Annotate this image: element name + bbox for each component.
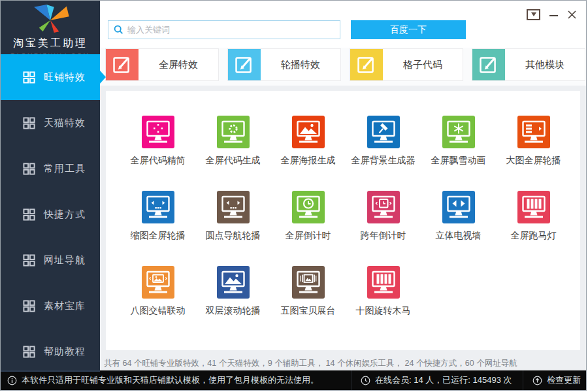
monitor-pin-icon [367,116,400,148]
sidebar-item-label: 常用工具 [44,163,86,175]
sidebar-item-label: 网址导航 [44,254,86,267]
monitor-navdots-icon [142,191,174,223]
close-icon[interactable] [567,10,577,20]
grid-apps-icon [23,117,35,129]
effect-item-label: 全屏代码精简 [131,155,186,167]
grid-apps-icon [23,300,35,312]
tab-label: 格子代码 [383,49,463,80]
pencil-edit-icon [472,49,505,80]
tab-label: 全屏特效 [139,49,218,80]
effect-item-大图全屏轮播[interactable]: 大图全屏轮播 [496,116,571,191]
content-background: 全屏代码精简全屏代码生成全屏海报生成全屏背景生成器全屏飘雪动画大图全屏轮播缩图全… [100,86,586,355]
sidebar-item-label: 天猫特效 [44,117,86,129]
tab-轮播特效[interactable]: 轮播特效 [227,48,341,81]
effect-item-label: 全屏海报生成 [281,155,336,167]
sidebar-item-素材宝库[interactable]: 素材宝库 [1,283,100,329]
sidebar-item-label: 素材宝库 [44,300,86,312]
effect-item-label: 缩图全屏轮播 [131,230,186,242]
monitor-bars-icon [367,266,400,299]
effect-item-label: 立体电视墙 [436,230,482,242]
grid-apps-icon [23,208,35,221]
sidebar-item-label: 旺铺特效 [44,71,86,84]
effect-item-全屏跑马灯[interactable]: 全屏跑马灯 [496,191,571,266]
effect-item-跨年倒计时[interactable]: 跨年倒计时 [346,191,421,266]
monitor-bars-icon [517,191,550,223]
baidu-search-button[interactable]: 百度一下 [351,20,466,39]
monitor-sparkle-icon [142,116,174,148]
tab-其他模块[interactable]: 其他模块 [472,48,585,81]
effect-item-五图宝贝展台[interactable]: 五图宝贝展台 [270,266,346,341]
effect-item-label: 全屏背景生成器 [351,155,416,167]
effect-item-全屏代码精简[interactable]: 全屏代码精简 [120,116,195,191]
main-area: 百度一下 全屏特效轮播特效格子代码其他模块 全屏代码精简全屏代码生成全屏海报生成… [100,1,586,372]
effect-item-label: 八图交错联动 [131,305,186,317]
footer-notice: 本软件只适用于旺铺专业版和天猫店铺默认模板，使用了包月模板的无法使用。 [7,370,319,390]
monitor-photobox-icon [142,266,174,299]
minimize-icon[interactable] [549,15,558,16]
grid-apps-icon [23,163,35,175]
check-update-label: 检查更新 [547,374,581,386]
logo-butterfly-icon [31,5,69,33]
effect-item-八图交错联动[interactable]: 八图交错联动 [120,266,195,341]
sidebar-item-网址导航[interactable]: 网址导航 [1,237,100,283]
sidebar-item-天猫特效[interactable]: 天猫特效 [1,100,100,146]
sidebar-nav: 旺铺特效天猫特效常用工具快捷方式网址导航素材宝库帮助教程 [1,54,100,374]
effect-item-全屏倒计时[interactable]: 全屏倒计时 [270,191,346,266]
pencil-edit-icon [228,49,261,80]
menu-dropdown-icon[interactable] [527,9,540,20]
footer-online-text: 在线会员: 14 人，已运行: 145493 次 [375,374,512,386]
sidebar-item-旺铺特效[interactable]: 旺铺特效 [1,54,100,100]
grid-apps-icon [23,254,35,267]
tab-全屏特效[interactable]: 全屏特效 [105,48,219,81]
logo: 淘宝美工助理 TAOMEIZHULI.COM [1,1,100,54]
monitor-tv-icon [442,191,475,223]
sidebar-item-label: 帮助教程 [44,346,86,358]
monitor-photo-icon [292,116,325,148]
monitor-clock-icon [292,191,325,223]
effect-item-label: 大图全屏轮播 [506,155,561,167]
effect-item-缩图全屏轮播[interactable]: 缩图全屏轮播 [120,191,195,266]
effect-item-圆点导航轮播[interactable]: 圆点导航轮播 [195,191,270,266]
search-input[interactable] [127,25,336,35]
update-icon [532,376,542,385]
check-update-button[interactable]: 检查更新 [523,370,581,390]
sidebar-item-帮助教程[interactable]: 帮助教程 [1,329,100,374]
topbar: 百度一下 [100,1,586,48]
monitor-brackets-icon [292,266,325,299]
footer-online-stats: 在线会员: 14 人，已运行: 145493 次 [351,370,512,390]
effect-item-label: 五图宝贝展台 [281,305,336,317]
effects-grid: 全屏代码精简全屏代码生成全屏海报生成全屏背景生成器全屏飘雪动画大图全屏轮播缩图全… [106,91,580,350]
effect-item-全屏背景生成器[interactable]: 全屏背景生成器 [346,116,421,191]
effect-item-双层滚动轮播[interactable]: 双层滚动轮播 [195,266,270,341]
tab-格子代码[interactable]: 格子代码 [350,48,463,81]
effect-item-label: 十图旋转木马 [356,305,411,317]
sidebar-item-label: 快捷方式 [44,208,86,221]
tab-label: 其他模块 [505,49,585,80]
pencil-edit-icon [350,49,383,80]
effect-item-label: 圆点导航轮播 [206,230,261,242]
effect-item-label: 全屏跑马灯 [511,230,557,242]
monitor-snow-icon [442,116,475,148]
effect-item-全屏海报生成[interactable]: 全屏海报生成 [270,116,346,191]
info-icon [7,376,17,385]
search-icon [114,25,123,35]
effect-item-全屏飘雪动画[interactable]: 全屏飘雪动画 [421,116,496,191]
effect-item-label: 全屏倒计时 [286,230,331,242]
sidebar-item-快捷方式[interactable]: 快捷方式 [1,191,100,237]
monitor-clockbox-icon [367,191,400,223]
effect-item-全屏代码生成[interactable]: 全屏代码生成 [195,116,270,191]
pencil-edit-icon [106,49,139,80]
effect-item-立体电视墙[interactable]: 立体电视墙 [421,191,496,266]
status-line: 共有 64 个旺铺专业版特效，41 个天猫特效，9 个辅助工具， 14 个休闲娱… [100,355,586,372]
effect-item-label: 双层滚动轮播 [206,305,261,317]
effect-item-十图旋转木马[interactable]: 十图旋转木马 [346,266,421,341]
sidebar-item-常用工具[interactable]: 常用工具 [1,146,100,191]
tab-label: 轮播特效 [261,49,340,80]
grid-apps-icon [23,71,35,84]
grid-apps-icon [23,346,35,358]
sidebar: 淘宝美工助理 TAOMEIZHULI.COM 旺铺特效天猫特效常用工具快捷方式网… [1,1,100,372]
effect-item-label: 全屏飘雪动画 [431,155,486,167]
footer-notice-text: 本软件只适用于旺铺专业版和天猫店铺默认模板，使用了包月模板的无法使用。 [22,374,319,386]
effect-item-label: 跨年倒计时 [361,230,406,242]
window-controls [527,8,577,21]
